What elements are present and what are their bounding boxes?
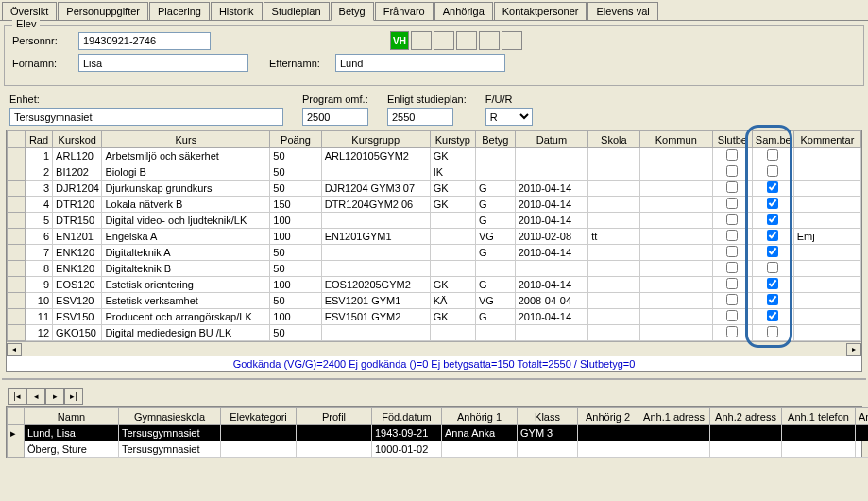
toolbar-btn-2[interactable] — [434, 31, 454, 50]
table-row[interactable]: 2BI1202Biologi B50IK — [8, 164, 861, 181]
col2-anh-2-adress[interactable]: Anh.2 adress — [710, 408, 782, 425]
slut-checkbox[interactable] — [726, 310, 738, 321]
student-row[interactable]: Öberg, StureTersusgymnasiet1000-01-02 — [8, 441, 869, 458]
fur-select[interactable]: R — [485, 108, 533, 126]
col2-anh-1-telefon[interactable]: Anh.1 telefon — [782, 408, 856, 425]
col-kursgrupp[interactable]: Kursgrupp — [321, 131, 430, 148]
col2-anh-2-te[interactable]: Anh.2 te — [856, 408, 869, 425]
tab-historik[interactable]: Historik — [211, 2, 263, 20]
sam-checkbox[interactable] — [767, 294, 778, 305]
sam-checkbox[interactable] — [767, 310, 778, 321]
vh-button[interactable]: VH — [390, 31, 409, 50]
col2-elevkategori[interactable]: Elevkategori — [221, 408, 297, 425]
nav-first-button[interactable]: |◂ — [8, 388, 26, 405]
slut-checkbox[interactable] — [726, 149, 738, 161]
summary-text: Godkända (VG/G)=2400 Ej godkända ()=0 Ej… — [7, 356, 861, 371]
col2-anh-rig-1[interactable]: Anhörig 1 — [442, 408, 518, 425]
table-row[interactable]: 10ESV120Estetisk verksamhet50ESV1201 GYM… — [8, 293, 861, 309]
sam-checkbox[interactable] — [767, 149, 778, 161]
scroll-left-icon[interactable]: ◂ — [7, 343, 22, 356]
studieplan-input[interactable] — [387, 108, 453, 126]
elev-legend: Elev — [12, 18, 40, 29]
col2-anh-rig-2[interactable]: Anhörig 2 — [578, 408, 638, 425]
table-row[interactable]: 7ENK120Digitalteknik A50G2010-04-14 — [8, 245, 861, 261]
table-row[interactable]: 5DTR150Digital video- och ljudteknik/LK1… — [8, 213, 861, 229]
grades-grid: RadKurskodKursPoängKursgruppKurstypBetyg… — [6, 130, 862, 372]
tab-placering[interactable]: Placering — [149, 2, 210, 20]
col2-f-d-datum[interactable]: Föd.datum — [372, 408, 442, 425]
nav-next-button[interactable]: ▸ — [45, 388, 64, 405]
sam-checkbox[interactable] — [767, 246, 778, 257]
col-kommun[interactable]: Kommun — [639, 131, 712, 148]
col-datum[interactable]: Datum — [515, 131, 587, 148]
fornamn-label: Förnamn: — [12, 58, 78, 69]
tab-frånvaro[interactable]: Frånvaro — [375, 2, 434, 20]
enhet-input[interactable] — [9, 108, 283, 126]
sam-checkbox[interactable] — [767, 181, 778, 193]
sam-checkbox[interactable] — [767, 230, 778, 241]
slut-checkbox[interactable] — [726, 214, 738, 225]
col-kurskod[interactable]: Kurskod — [53, 131, 102, 148]
sam-checkbox[interactable] — [767, 165, 778, 177]
table-row[interactable]: 1ARL120Arbetsmiljö och säkerhet50ARL1201… — [8, 148, 861, 164]
col-rad[interactable]: Rad — [25, 131, 52, 148]
col2-namn[interactable]: Namn — [25, 408, 119, 425]
col2-klass[interactable]: Klass — [518, 408, 578, 425]
nav-prev-button[interactable]: ◂ — [26, 388, 45, 405]
col-kommentar[interactable]: Kommentar — [793, 131, 860, 148]
sam-checkbox[interactable] — [767, 198, 778, 209]
table-row[interactable]: 11ESV150Producent och arrangörskap/LK100… — [8, 309, 861, 325]
table-row[interactable]: 6EN1201Engelska A100EN1201GYM1VG2010-02-… — [8, 229, 861, 245]
slut-checkbox[interactable] — [726, 246, 738, 257]
toolbar-btn-4[interactable] — [479, 31, 500, 50]
sam-checkbox[interactable] — [767, 278, 778, 289]
students-grid: NamnGymnasieskolaElevkategoriProfilFöd.d… — [6, 406, 862, 458]
tab-anhöriga[interactable]: Anhöriga — [434, 2, 493, 20]
slut-checkbox[interactable] — [726, 181, 738, 193]
program-omf-input[interactable] — [302, 108, 368, 126]
col-kurstyp[interactable]: Kurstyp — [430, 131, 475, 148]
table-row[interactable]: 4DTR120Lokala nätverk B150DTR1204GYM2 06… — [8, 197, 861, 213]
col-betyg[interactable]: Betyg — [475, 131, 515, 148]
table-row[interactable]: 3DJR1204Djurkunskap grundkurs50DJR1204 G… — [8, 181, 861, 197]
toolbar-btn-1[interactable] — [411, 31, 432, 50]
slut-checkbox[interactable] — [726, 165, 738, 177]
slut-checkbox[interactable] — [726, 198, 738, 209]
sam-checkbox[interactable] — [767, 326, 778, 337]
col2-gymnasieskola[interactable]: Gymnasieskola — [119, 408, 221, 425]
slut-checkbox[interactable] — [726, 278, 738, 289]
efternamn-label: Efternamn: — [269, 58, 335, 69]
col2-profil[interactable]: Profil — [297, 408, 372, 425]
efternamn-input[interactable] — [335, 54, 505, 72]
studieplan-label: Enligt studieplan: — [387, 94, 467, 105]
col-poäng[interactable]: Poäng — [270, 131, 321, 148]
tab-kontaktpersoner[interactable]: Kontaktpersoner — [494, 2, 587, 20]
col-kurs[interactable]: Kurs — [102, 131, 270, 148]
slut-checkbox[interactable] — [726, 326, 738, 337]
toolbar-btn-5[interactable] — [502, 31, 522, 50]
tab-studieplan[interactable]: Studieplan — [264, 2, 330, 20]
elev-fieldset: Elev Personnr: VH Förnamn: Efternamn: — [4, 25, 864, 86]
table-row[interactable]: 12GKO150Digital mediedesign BU /LK50 — [8, 325, 861, 341]
col-sam.be[interactable]: Sam.be — [752, 131, 793, 148]
col2-anh-1-adress[interactable]: Anh.1 adress — [638, 408, 710, 425]
tab-betyg[interactable]: Betyg — [331, 2, 374, 21]
sam-checkbox[interactable] — [767, 214, 778, 225]
table-row[interactable]: 9EOS120Estetisk orientering100EOS120205G… — [8, 277, 861, 293]
toolbar-btn-3[interactable] — [456, 31, 477, 50]
scroll-right-icon[interactable]: ▸ — [846, 343, 861, 356]
tab-elevens val[interactable]: Elevens val — [587, 2, 657, 20]
table-row[interactable]: 8ENK120Digitalteknik B50 — [8, 261, 861, 277]
sam-checkbox[interactable] — [767, 262, 778, 273]
col-slutbe[interactable]: Slutbe — [712, 131, 752, 148]
nav-last-button[interactable]: ▸| — [64, 388, 83, 405]
personnr-input[interactable] — [78, 32, 211, 50]
slut-checkbox[interactable] — [726, 230, 738, 241]
tab-personuppgifter[interactable]: Personuppgifter — [58, 2, 148, 20]
slut-checkbox[interactable] — [726, 294, 738, 305]
student-row[interactable]: ▸Lund, LisaTersusgymnasiet1943-09-21Anna… — [8, 425, 869, 441]
fornamn-input[interactable] — [78, 54, 248, 72]
slut-checkbox[interactable] — [726, 262, 738, 273]
grid-hscroll[interactable]: ◂ ▸ — [7, 341, 861, 356]
col-skola[interactable]: Skola — [588, 131, 639, 148]
